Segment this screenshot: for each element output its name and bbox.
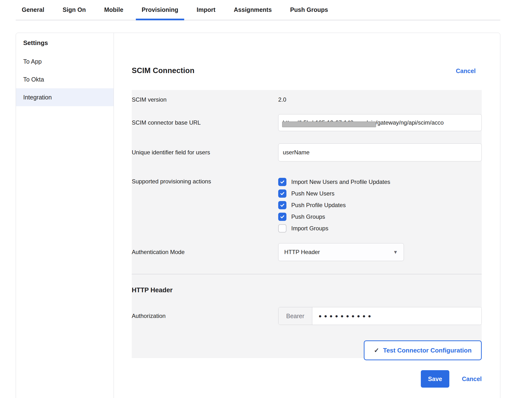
scim-version-value: 2.0 [278, 93, 482, 114]
test-connector-button[interactable]: ✓ Test Connector Configuration [364, 340, 482, 360]
checkbox-import-new-users[interactable] [278, 178, 286, 186]
section-divider [132, 274, 482, 274]
sidebar-item-to-okta[interactable]: To Okta [16, 70, 114, 88]
header-cancel-link[interactable]: Cancel [456, 68, 476, 75]
check-icon [280, 191, 285, 196]
save-button[interactable]: Save [421, 370, 449, 388]
auth-mode-select[interactable]: HTTP Header ▼ [278, 243, 404, 261]
check-icon [280, 180, 285, 184]
checkbox-row-push-new-users[interactable]: Push New Users [278, 188, 482, 199]
integration-content: SCIM Connection Cancel SCIM version 2.0 … [114, 33, 500, 398]
check-icon: ✓ [374, 347, 379, 354]
tab-provisioning[interactable]: Provisioning [136, 0, 184, 20]
base-url-visible-text: /gateway/ng/api/scim/acco [376, 119, 444, 126]
checkbox-row-push-profile-updates[interactable]: Push Profile Updates [278, 199, 482, 211]
scim-version-label: SCIM version [132, 93, 278, 114]
app-tab-bar: General Sign On Mobile Provisioning Impo… [16, 0, 500, 20]
checkbox-row-import-groups[interactable]: Import Groups [278, 223, 482, 234]
auth-mode-label: Authentication Mode [132, 249, 278, 255]
checkbox-import-groups[interactable] [278, 224, 286, 233]
tab-import[interactable]: Import [191, 0, 221, 20]
settings-sidebar: Settings To App To Okta Integration [16, 33, 114, 398]
checkbox-row-push-groups[interactable]: Push Groups [278, 211, 482, 223]
test-connector-label: Test Connector Configuration [383, 347, 472, 354]
checkbox-push-new-users[interactable] [278, 189, 286, 198]
checkbox-push-groups[interactable] [278, 213, 286, 221]
form-footer: Save Cancel [132, 370, 482, 388]
scim-settings-panel: SCIM version 2.0 SCIM connector base URL… [132, 90, 482, 358]
provisioning-actions-label: Supported provisioning actions [132, 176, 278, 234]
authorization-input-group: Bearer ●●●●●●●●●● [278, 307, 482, 325]
test-connector-row: ✓ Test Connector Configuration [132, 340, 482, 360]
chevron-down-icon: ▼ [393, 249, 398, 255]
tab-sign-on[interactable]: Sign On [57, 0, 92, 20]
provisioning-actions-row: Supported provisioning actions Import Ne… [132, 176, 482, 234]
bearer-prefix: Bearer [278, 307, 312, 325]
checkbox-row-import-new-users[interactable]: Import New Users and Profile Updates [278, 176, 482, 188]
authorization-row: Authorization Bearer ●●●●●●●●●● [132, 307, 482, 325]
checkbox-label: Import Groups [291, 225, 328, 232]
tab-mobile[interactable]: Mobile [98, 0, 129, 20]
provisioning-card: Settings To App To Okta Integration SCIM… [16, 33, 500, 398]
base-url-input[interactable]: https://b5lwl-185-19-67-148.ngrok.io/gat… [278, 114, 482, 131]
checkbox-label: Push Groups [291, 213, 325, 220]
base-url-redacted-text: https://b5lwl-185-19-67-148.ngrok.io [283, 119, 376, 126]
tab-push-groups[interactable]: Push Groups [284, 0, 334, 20]
check-icon [280, 203, 285, 208]
section-header: SCIM Connection Cancel [132, 66, 482, 75]
unique-id-row: Unique identifier field for users userNa… [132, 143, 482, 161]
auth-mode-row: Authentication Mode HTTP Header ▼ [132, 243, 482, 261]
sidebar-title: Settings [16, 39, 114, 53]
authorization-label: Authorization [132, 313, 278, 319]
checkbox-push-profile-updates[interactable] [278, 201, 286, 209]
tab-general[interactable]: General [16, 0, 50, 20]
http-header-section-title: HTTP Header [132, 286, 482, 294]
unique-id-label: Unique identifier field for users [132, 149, 278, 156]
base-url-label: SCIM connector base URL [132, 119, 278, 126]
page-title: SCIM Connection [132, 66, 195, 75]
checkbox-label: Push Profile Updates [291, 202, 346, 209]
scim-version-row: SCIM version 2.0 [132, 93, 482, 114]
provisioning-actions-list: Import New Users and Profile Updates Pus… [278, 176, 482, 234]
checkbox-label: Push New Users [291, 190, 335, 197]
checkbox-label: Import New Users and Profile Updates [291, 179, 390, 185]
sidebar-item-to-app[interactable]: To App [16, 53, 114, 70]
check-icon [280, 214, 285, 219]
auth-mode-value: HTTP Header [284, 249, 320, 255]
sidebar-item-integration[interactable]: Integration [16, 88, 114, 106]
bearer-token-input[interactable]: ●●●●●●●●●● [312, 307, 481, 325]
provisioning-page: General Sign On Mobile Provisioning Impo… [0, 0, 532, 398]
base-url-row: SCIM connector base URL https://b5lwl-18… [132, 114, 482, 131]
tab-assignments[interactable]: Assignments [228, 0, 277, 20]
unique-id-input[interactable]: userName [278, 143, 482, 161]
unique-id-value: userName [283, 149, 310, 156]
footer-cancel-link[interactable]: Cancel [462, 375, 482, 383]
